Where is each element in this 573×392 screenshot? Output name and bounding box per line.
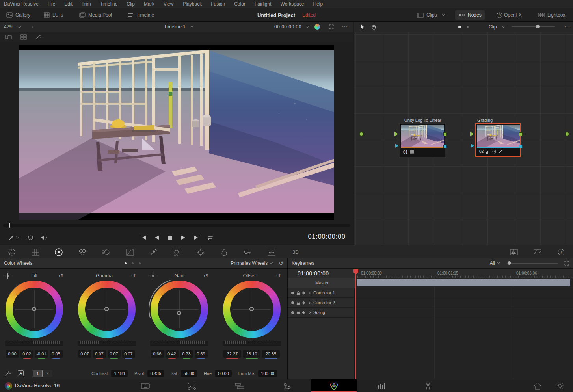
pivot-value[interactable]: 0.435 — [147, 370, 164, 377]
node-zoom-slider[interactable] — [512, 26, 555, 27]
grab-still-button[interactable] — [9, 233, 19, 242]
wheel-page-dots[interactable] — [125, 262, 141, 264]
gain-master-slider[interactable] — [150, 341, 208, 346]
gamma-y-value[interactable]: 0.07 — [78, 350, 91, 358]
keyframes-zoom-slider[interactable] — [507, 263, 558, 264]
lock-icon[interactable] — [296, 301, 300, 305]
gamma-master-slider[interactable] — [78, 341, 136, 346]
contrast-value[interactable]: 1.184 — [111, 370, 128, 377]
openfx-button[interactable]: fx OpenFX — [493, 10, 525, 20]
page-cut[interactable] — [178, 379, 206, 392]
lift-master-slider[interactable] — [5, 341, 63, 346]
node-02[interactable]: 02 — [475, 123, 521, 157]
keyframe-diamond-icon[interactable] — [302, 301, 305, 304]
keyframes-ruler[interactable]: 01:00:00:00 01:00:00:00 01:00:01:15 01:0… — [288, 269, 573, 278]
menu-help[interactable]: Help — [313, 1, 323, 7]
track-master[interactable]: Master — [288, 278, 355, 288]
menu-fairlight[interactable]: Fairlight — [255, 1, 272, 7]
node2-rgb-output[interactable] — [519, 132, 523, 136]
menu-clip[interactable]: Clip — [127, 1, 135, 7]
curves-icon[interactable] — [125, 247, 135, 257]
keyframes-zoom-knob[interactable] — [508, 261, 511, 265]
menu-app[interactable]: DaVinci Resolve — [4, 1, 39, 7]
offset-r-value[interactable]: 32.27 — [223, 350, 241, 358]
gain-reset-icon[interactable]: ↺ — [203, 273, 208, 278]
viewer-timecode-select[interactable]: 00:00:00:00 — [271, 22, 312, 32]
scrubber-playhead[interactable] — [9, 223, 10, 228]
project-manager-button[interactable] — [526, 379, 549, 392]
last-frame-button[interactable] — [192, 233, 202, 242]
lift-g-value[interactable]: -0.01 — [35, 350, 48, 358]
gamma-reset-icon[interactable]: ↺ — [131, 273, 136, 278]
menu-mark[interactable]: Mark — [144, 1, 154, 7]
auto-color-wand-icon[interactable] — [5, 370, 11, 377]
gallery-button[interactable]: Gallery — [3, 10, 33, 20]
key-icon[interactable] — [243, 247, 252, 257]
unmix-icon[interactable] — [25, 233, 35, 242]
gain-y-value[interactable]: 0.66 — [151, 350, 164, 358]
settings-button[interactable] — [550, 379, 570, 392]
keyframes-playhead[interactable] — [355, 269, 356, 379]
keyframes-filter-select[interactable]: All — [490, 260, 495, 266]
keyframe-diamond-icon[interactable] — [302, 311, 305, 314]
node-zoom-knob[interactable] — [536, 25, 540, 28]
menu-workspace[interactable]: Workspace — [281, 1, 304, 7]
timeline-button[interactable]: Timeline — [124, 10, 157, 20]
menu-trim[interactable]: Trim — [82, 1, 91, 7]
menu-timeline[interactable]: Timeline — [100, 1, 117, 7]
power-window-icon[interactable] — [172, 247, 181, 257]
menu-file[interactable]: File — [48, 1, 55, 7]
dual-screen-icon[interactable] — [5, 34, 12, 40]
gamma-r-value[interactable]: 0.07 — [93, 350, 106, 358]
track-enable-dot[interactable] — [291, 311, 294, 314]
gain-r-value[interactable]: 0.42 — [166, 350, 179, 358]
expand-chevron-icon[interactable] — [308, 311, 311, 314]
wheel-tab-2[interactable]: 2 — [43, 370, 52, 377]
audio-mute-icon[interactable] — [39, 233, 49, 242]
qualifier-icon[interactable] — [149, 247, 158, 257]
video-viewer[interactable] — [19, 45, 334, 220]
wheel-mode-select[interactable]: Primaries Wheels — [231, 260, 268, 266]
node-01[interactable]: 01 — [400, 124, 445, 157]
timeline-selector[interactable]: Timeline 1 — [161, 22, 196, 32]
nodes-button[interactable]: Nodes — [455, 10, 485, 20]
lock-icon[interactable] — [296, 310, 300, 315]
wipe-mode-icon[interactable] — [314, 24, 320, 30]
gamma-wheel[interactable] — [78, 281, 136, 338]
offset-wheel[interactable] — [223, 281, 281, 338]
page-fairlight[interactable] — [368, 379, 395, 392]
gain-wheel[interactable] — [151, 281, 208, 338]
offset-reset-icon[interactable]: ↺ — [276, 273, 281, 278]
camera-raw-icon[interactable] — [7, 247, 17, 257]
node2-key-output[interactable] — [519, 145, 523, 148]
menu-playback[interactable]: Playback — [182, 1, 202, 7]
offset-master-slider[interactable] — [223, 341, 281, 346]
page-color[interactable] — [311, 379, 357, 392]
select-cursor-icon[interactable] — [360, 24, 365, 30]
info-icon[interactable]: i — [556, 247, 566, 257]
hue-value[interactable]: 50.00 — [215, 370, 232, 377]
gain-b-value[interactable]: 0.69 — [195, 350, 208, 358]
menu-fusion[interactable]: Fusion — [211, 1, 225, 7]
luts-button[interactable]: LUTs — [41, 10, 66, 20]
split-screen-icon[interactable] — [509, 247, 519, 257]
lift-reset-icon[interactable]: ↺ — [58, 273, 63, 278]
page-fusion[interactable] — [273, 379, 301, 392]
media-pool-button[interactable]: Media Pool — [76, 10, 115, 20]
lift-picker-icon[interactable] — [5, 273, 10, 279]
lum-mix-value[interactable]: 100.00 — [258, 370, 277, 377]
node1-rgb-output[interactable] — [443, 132, 447, 136]
expand-chevron-icon[interactable] — [308, 301, 311, 304]
track-enable-dot[interactable] — [291, 301, 294, 304]
first-frame-button[interactable] — [138, 233, 148, 242]
node-view-dot-1[interactable] — [458, 26, 461, 28]
clips-button[interactable]: Clips — [414, 10, 448, 20]
page-deliver[interactable] — [414, 379, 442, 392]
loop-button[interactable] — [205, 233, 215, 242]
sat-value[interactable]: 58.80 — [181, 370, 197, 377]
lift-wheel[interactable] — [6, 281, 63, 338]
grid-view-icon[interactable] — [20, 34, 27, 40]
node-more-menu[interactable]: ··· — [564, 24, 570, 29]
offset-b-value[interactable]: 20.85 — [262, 350, 280, 358]
track-enable-dot[interactable] — [291, 292, 294, 294]
